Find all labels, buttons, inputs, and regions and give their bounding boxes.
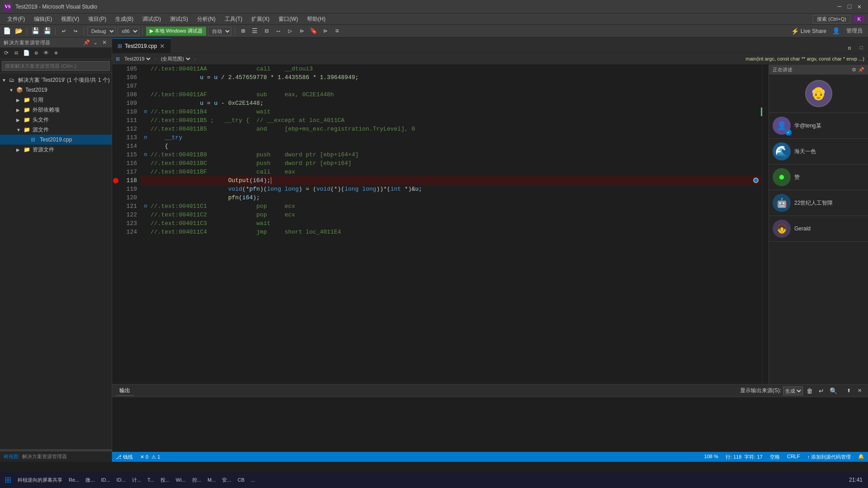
restore-button[interactable]: □ <box>844 2 854 12</box>
taskbar-app-throw[interactable]: 投... <box>158 473 172 487</box>
search-input[interactable] <box>2 61 110 71</box>
close-button[interactable]: ✕ <box>854 2 864 12</box>
preview-button[interactable]: 👁 <box>42 49 51 58</box>
new-file-button[interactable]: 📄 <box>2 26 12 36</box>
code-editor[interactable]: //.text:004011AA call __dtoui3 u = u / 2… <box>141 65 762 384</box>
sidebar-close-button[interactable]: ✕ <box>101 39 108 46</box>
taskbar-app-calc[interactable]: 计... <box>129 473 144 487</box>
solution-view-toggle[interactable]: 解决方案资源管理器 <box>22 453 67 460</box>
search-bar[interactable]: 搜索 (Ctrl+Q) <box>813 15 850 23</box>
status-row[interactable]: 行: 118 字符: 17 <box>722 454 766 460</box>
menu-extensions[interactable]: 扩展(X) <box>248 14 273 24</box>
split-editor-button[interactable]: ⊟ <box>844 43 854 53</box>
toolbar-btn-1[interactable]: ⊞ <box>238 26 248 36</box>
taskbar-app-win[interactable]: Wi... <box>173 473 189 487</box>
menu-view[interactable]: 视图(V) <box>57 14 83 24</box>
taskbar-start[interactable]: ⊞ <box>2 473 14 487</box>
menu-debug[interactable]: 调试(D) <box>139 14 165 24</box>
taskbar-screen-share[interactable]: 科锐逆向的屏幕共享 <box>15 473 65 487</box>
redo-button[interactable]: ↪ <box>71 26 80 36</box>
toolbar-btn-5[interactable]: ▷ <box>285 26 295 36</box>
tree-view-toggle[interactable]: 树视图 <box>4 453 19 460</box>
nav-scope-dropdown[interactable]: (全局范围) <box>159 56 192 62</box>
auto-dropdown[interactable]: 自动 <box>208 27 231 36</box>
show-all-files-button[interactable]: 📄 <box>22 49 31 58</box>
tab-close-button[interactable]: ✕ <box>160 42 165 50</box>
taskbar-app-ctrl[interactable]: 控... <box>189 473 204 487</box>
sidebar-pin-button[interactable]: 📌 <box>83 39 90 46</box>
taskbar-app-we[interactable]: 微... <box>83 473 97 487</box>
header-files-node[interactable]: ▶ 📁 头文件 <box>0 115 112 125</box>
output-tab[interactable]: 输出 <box>116 386 134 396</box>
taskbar-app-m[interactable]: M... <box>205 473 218 487</box>
debug-config-dropdown[interactable]: Debug <box>87 27 116 36</box>
menu-edit[interactable]: 编辑(E) <box>30 14 56 24</box>
toolbar-btn-3[interactable]: ⊟ <box>262 26 272 36</box>
add-to-source-control-button[interactable]: ↑ 添加到源代码管理 <box>803 454 854 460</box>
save-all-button[interactable]: 💾 <box>42 26 52 36</box>
sync-button[interactable]: ⟳ <box>2 49 11 58</box>
run-button[interactable]: ▶ 本地 Windows 调试器 <box>146 27 206 36</box>
output-find-button[interactable]: 🔍 <box>828 386 838 396</box>
sidebar-chevron-button[interactable]: ⌄ <box>92 39 99 46</box>
menu-analyze[interactable]: 分析(N) <box>193 14 219 24</box>
taskbar-app-more[interactable]: ... <box>248 473 258 487</box>
output-source-select[interactable]: 生成 <box>783 386 803 395</box>
expand-icon-113[interactable]: ⊟ <box>144 133 150 142</box>
menu-build[interactable]: 生成(B) <box>112 14 137 24</box>
taskbar-app-security[interactable]: 安... <box>219 473 234 487</box>
collapse-all-button[interactable]: ⊟ <box>12 49 21 58</box>
expand-icon-121[interactable]: ⊟ <box>144 202 150 211</box>
live-share-button[interactable]: ⚡ Live Share <box>788 27 829 36</box>
manage-button[interactable]: 管理员 <box>843 26 866 36</box>
filter-button[interactable]: ⊕ <box>52 49 61 58</box>
active-tab[interactable]: ⊞ Test2019.cpp ✕ <box>112 38 171 53</box>
status-space[interactable]: 空格 <box>766 454 783 460</box>
taskbar-app-id2[interactable]: ID... <box>114 473 128 487</box>
taskbar-app-id1[interactable]: ID... <box>98 473 113 487</box>
minimize-button[interactable]: ─ <box>835 2 844 12</box>
menu-window[interactable]: 窗口(W) <box>275 14 302 24</box>
output-word-wrap-button[interactable]: ↵ <box>816 386 826 396</box>
toolbar-btn-9[interactable]: ≡ <box>332 26 342 36</box>
toolbar-btn-6[interactable]: ⊳ <box>297 26 307 36</box>
taskbar-app-cb[interactable]: CB <box>235 473 247 487</box>
properties-button[interactable]: ⚙ <box>32 49 41 58</box>
solution-node[interactable]: ▼ 🗂 解决方案 'Test2019' (1 个项目/共 1 个) <box>0 75 112 85</box>
status-encoding[interactable]: CRLF <box>783 454 804 459</box>
taskbar-app-t[interactable]: T... <box>145 473 157 487</box>
output-close-button[interactable]: ✕ <box>854 386 864 396</box>
output-float-button[interactable]: ⬆ <box>844 386 854 396</box>
output-clear-button[interactable]: 🗑 <box>805 386 815 396</box>
resource-files-node[interactable]: ▶ 📁 资源文件 <box>0 145 112 155</box>
main-cpp-node[interactable]: ⊞ Test2019.cpp <box>0 135 112 145</box>
toolbar-btn-7[interactable]: 🔖 <box>309 26 319 36</box>
toolbar-btn-2[interactable]: ☰ <box>250 26 260 36</box>
save-button[interactable]: 💾 <box>30 26 40 36</box>
maximize-editor-button[interactable]: □ <box>856 43 866 53</box>
menu-file[interactable]: 文件(F) <box>4 14 28 24</box>
menu-tools[interactable]: 工具(T) <box>221 14 246 24</box>
right-panel-settings-button[interactable]: ⚙ <box>852 67 856 73</box>
undo-button[interactable]: ↩ <box>59 26 69 36</box>
references-node[interactable]: ▶ 📁 引用 <box>0 95 112 105</box>
status-errors[interactable]: ✕ 0 ⚠ 1 <box>137 452 164 462</box>
external-deps-node[interactable]: ▶ 📁 外部依赖项 <box>0 105 112 115</box>
toolbar-btn-8[interactable]: ⊳ <box>321 26 330 36</box>
expand-icon-115[interactable]: ⊟ <box>144 150 150 159</box>
taskbar-app-re[interactable]: Re... <box>66 473 82 487</box>
project-node[interactable]: ▼ 📦 Test2019 <box>0 85 112 95</box>
scrollbar-area[interactable] <box>762 65 769 384</box>
live-share-settings-button[interactable]: 👤 <box>831 26 841 36</box>
toolbar-btn-4[interactable]: ↔ <box>274 26 283 36</box>
menu-test[interactable]: 测试(S) <box>166 14 192 24</box>
expand-icon-110[interactable]: ⊟ <box>144 108 150 116</box>
menu-project[interactable]: 项目(P) <box>85 14 110 24</box>
user-profile[interactable]: K <box>854 16 864 22</box>
open-file-button[interactable]: 📂 <box>14 26 24 36</box>
status-zoom[interactable]: 108 % <box>701 454 722 459</box>
platform-dropdown[interactable]: x86 <box>118 27 139 36</box>
notifications-button[interactable]: 🔔 <box>854 454 868 460</box>
nav-project-dropdown[interactable]: Test2019 <box>123 56 152 62</box>
status-branch[interactable]: ⎇ 钱线 <box>112 452 137 462</box>
